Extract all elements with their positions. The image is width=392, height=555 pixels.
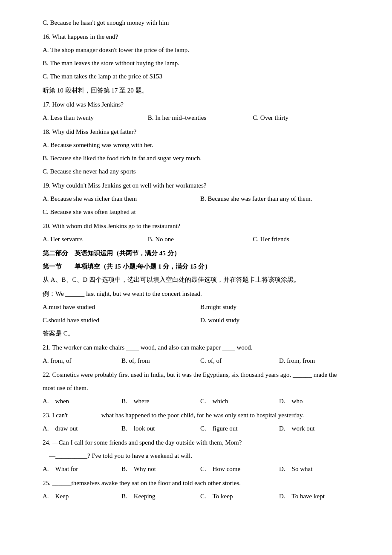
- line-q18b: B. Because she liked the food rich in fa…: [43, 153, 358, 164]
- q25-opts-row: A. Keep B. Keeping C. To keep D. To have…: [43, 491, 358, 502]
- line-example: 例：We ______ last night, but we went to t…: [43, 288, 358, 300]
- line-q16a: A. The shop manager doesn't lower the pr…: [43, 44, 358, 56]
- q20-opt-a: A. Her servants: [43, 234, 148, 245]
- example-opt-d: D. would study: [200, 315, 358, 326]
- q17-options-row: A. Less than twenty B. In her mid–twenti…: [43, 112, 358, 124]
- q19-opt-a: A. Because she was richer than them: [43, 193, 200, 205]
- q22-opts-row: A. when B. where C. which D. who: [43, 396, 358, 407]
- q21-opts-row: A. from, of B. of, from C. of, of D. fro…: [43, 355, 358, 367]
- line-q22-2: most use of them.: [43, 382, 358, 394]
- q21-opt-c: C. of, of: [200, 355, 279, 367]
- line-q21: 21. The worker can make chairs ____ wood…: [43, 342, 358, 353]
- q23-opt-b: B. look out: [121, 423, 200, 434]
- q25-opt-d: D. To have kept: [279, 491, 358, 502]
- q22-opt-c: C. which: [200, 396, 279, 407]
- line-sec1: 第一节 单项填空（共 15 小题;每小题 1 分，满分 15 分）: [43, 261, 358, 272]
- q24-opts-row: A. What for B. Why not C. How come D. So…: [43, 463, 358, 475]
- q25-opt-b: B. Keeping: [121, 491, 200, 502]
- q17-opt-b: B. In her mid–twenties: [148, 112, 253, 124]
- q20-options-row: A. Her servants B. No one C. Her friends: [43, 234, 358, 245]
- line-q24-1: 24. —Can I call for some friends and spe…: [43, 437, 358, 448]
- q19-options-row: A. Because she was richer than them B. B…: [43, 193, 358, 205]
- q24-opt-a: A. What for: [43, 463, 121, 475]
- q21-opt-b: B. of, from: [121, 355, 200, 367]
- line-section10: 听第 10 段材料，回答第 17 至 20 题。: [43, 85, 358, 96]
- q24-opt-b: B. Why not: [121, 463, 200, 475]
- line-answer: 答案是 C。: [43, 328, 358, 339]
- line-c15c: C. Because he hasn't got enough money wi…: [43, 17, 358, 29]
- line-q18: 18. Why did Miss Jenkins get fatter?: [43, 126, 358, 138]
- q23-opt-a: A. draw out: [43, 423, 121, 434]
- line-q20: 20. With whom did Miss Jenkins go to the…: [43, 220, 358, 232]
- line-q16b: B. The man leaves the store without buyi…: [43, 58, 358, 69]
- q19-opt-c: C. Because she was often laughed at: [43, 206, 358, 218]
- q20-opt-b: B. No one: [148, 234, 253, 245]
- example-opt-c: C.should have studied: [43, 315, 200, 326]
- example-opts-row1: A.must have studied B.might study: [43, 301, 358, 313]
- example-opt-a: A.must have studied: [43, 301, 200, 313]
- example-opt-b: B.might study: [200, 301, 358, 313]
- line-q19: 19. Why couldn't Miss Jenkins get on wel…: [43, 180, 358, 191]
- line-q18a: A. Because something was wrong with her.: [43, 139, 358, 151]
- line-q24-2: —__________? I've told you to have a wee…: [43, 450, 358, 462]
- line-q25: 25. ______themselves awake they sat on t…: [43, 477, 358, 489]
- example-opts-row2: C.should have studied D. would study: [43, 315, 358, 326]
- line-q17: 17. How old was Miss Jenkins?: [43, 99, 358, 110]
- line-instruction: 从 A、B、C、D 四个选项中，选出可以填入空白处的最佳选项，并在答题卡上将该项…: [43, 274, 358, 286]
- q24-opt-c: C. How come: [200, 463, 279, 475]
- q25-opt-c: C. To keep: [200, 491, 279, 502]
- q23-opts-row: A. draw out B. look out C. figure out D.…: [43, 423, 358, 434]
- line-q16: 16. What happens in the end?: [43, 31, 358, 43]
- q23-opt-d: D. work out: [279, 423, 358, 434]
- line-part2: 第二部分 英语知识运用（共两节，满分 45 分）: [43, 248, 358, 259]
- line-q22-1: 22. Cosmetics were probably first used i…: [43, 369, 358, 381]
- line-q18c: C. Because she never had any sports: [43, 166, 358, 177]
- q19-opt-b: B. Because she was fatter than any of th…: [200, 193, 358, 205]
- q25-opt-a: A. Keep: [43, 491, 121, 502]
- q23-opt-c: C. figure out: [200, 423, 279, 434]
- q17-opt-c: C. Over thirty: [253, 112, 358, 124]
- q21-opt-a: A. from, of: [43, 355, 121, 367]
- q20-opt-c: C. Her friends: [253, 234, 358, 245]
- q21-opt-d: D. from, from: [279, 355, 358, 367]
- q17-opt-a: A. Less than twenty: [43, 112, 148, 124]
- line-q23: 23. I can't __________what has happened …: [43, 410, 358, 421]
- q22-opt-b: B. where: [121, 396, 200, 407]
- line-q16c: C. The man takes the lamp at the price o…: [43, 71, 358, 82]
- q22-opt-d: D. who: [279, 396, 358, 407]
- q24-opt-d: D. So what: [279, 463, 358, 475]
- q22-opt-a: A. when: [43, 396, 121, 407]
- page-content: C. Because he hasn't got enough money wi…: [43, 17, 358, 502]
